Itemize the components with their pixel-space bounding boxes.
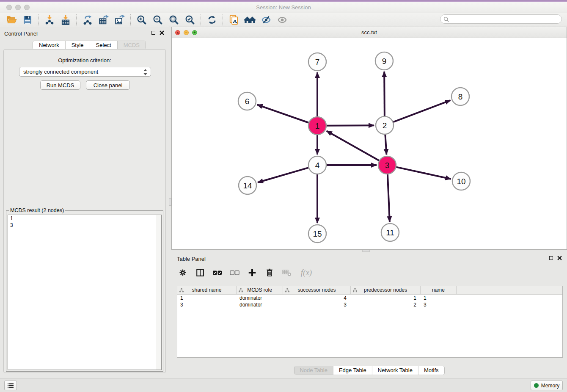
- cell-shared-name[interactable]: 1: [177, 295, 237, 301]
- graph-node-4[interactable]: 4: [308, 156, 326, 174]
- toolbar-separator: [201, 14, 201, 25]
- refresh-icon[interactable]: [205, 14, 219, 26]
- criterion-select[interactable]: strongly connected component: [19, 67, 151, 77]
- column-header-predecessor-nodes[interactable]: predecessor nodes: [351, 286, 421, 294]
- run-mcds-button[interactable]: Run MCDS: [40, 80, 80, 90]
- tab-network[interactable]: Network: [33, 41, 66, 50]
- select-all-rows-icon[interactable]: [212, 267, 223, 278]
- import-table-icon[interactable]: [58, 14, 73, 26]
- graph-edge-1-2[interactable]: [327, 125, 374, 126]
- cell-name[interactable]: 1: [421, 295, 457, 301]
- function-builder-icon: f(x): [299, 267, 314, 278]
- network-canvas[interactable]: 7968124314101511: [172, 38, 566, 249]
- column-header-MCDS-role[interactable]: MCDS role: [237, 286, 283, 294]
- control-panel: Control Panel NetworkStyleSelectMCDS Opt…: [0, 27, 169, 377]
- graph-edge-4-14[interactable]: [258, 168, 308, 182]
- table-settings-gear-icon[interactable]: [177, 267, 188, 278]
- float-panel-icon[interactable]: [151, 31, 155, 35]
- select-updown-icon: [143, 69, 148, 77]
- graph-node-1[interactable]: 1: [308, 117, 326, 135]
- result-scrollbar[interactable]: [156, 215, 161, 370]
- delete-column-icon[interactable]: [264, 267, 275, 278]
- import-network-icon[interactable]: [42, 14, 57, 26]
- zoom-in-icon[interactable]: [135, 14, 149, 26]
- export-image-icon[interactable]: [113, 14, 127, 26]
- tab-node-table[interactable]: Node Table: [294, 366, 333, 375]
- close-table-panel-icon[interactable]: [557, 256, 562, 260]
- graph-node-6[interactable]: 6: [238, 92, 256, 110]
- export-table-icon[interactable]: [96, 14, 111, 26]
- result-lines-container: 13: [8, 215, 161, 229]
- column-header-successor-nodes[interactable]: successor nodes: [283, 286, 351, 294]
- graph-edge-1-6[interactable]: [257, 105, 309, 122]
- search-box: [440, 14, 562, 24]
- graph-node-3[interactable]: 3: [378, 156, 396, 174]
- graph-edge-3-1[interactable]: [327, 131, 379, 160]
- cell-MCDS-role[interactable]: dominator: [237, 301, 283, 308]
- cell-shared-name[interactable]: 3: [177, 301, 237, 308]
- table-row[interactable]: 3dominator323: [177, 301, 562, 308]
- float-table-panel-icon[interactable]: [549, 256, 553, 260]
- table-panel: Table Panel: [171, 252, 567, 377]
- zoom-out-icon[interactable]: [151, 14, 165, 26]
- cell-successor-nodes[interactable]: 3: [283, 301, 351, 308]
- node-label: 9: [382, 57, 387, 66]
- zoom-selected-icon[interactable]: [183, 14, 197, 26]
- mcds-result-list[interactable]: 13: [8, 215, 162, 370]
- tab-style[interactable]: Style: [66, 41, 90, 50]
- cell-predecessor-nodes[interactable]: 1: [351, 295, 421, 301]
- close-panel-button[interactable]: Close panel: [86, 80, 130, 90]
- graph-svg: 7968124314101511: [172, 38, 566, 249]
- show-column-panel-icon[interactable]: [195, 267, 206, 278]
- memory-label: Memory: [541, 383, 559, 389]
- export-network-icon[interactable]: [80, 14, 95, 26]
- cell-predecessor-nodes[interactable]: 2: [351, 301, 421, 308]
- show-all-icon[interactable]: [275, 14, 289, 26]
- open-session-icon[interactable]: [4, 14, 19, 26]
- table-row[interactable]: 1dominator411: [177, 295, 562, 301]
- node-label: 11: [386, 228, 394, 237]
- cell-successor-nodes[interactable]: 4: [283, 295, 351, 301]
- horizontal-split-handle[interactable]: [362, 250, 370, 252]
- graph-edge-2-8[interactable]: [394, 100, 451, 122]
- network-view-window: x – + scc.txt 7968124314101511: [171, 27, 567, 250]
- column-header-name[interactable]: name: [421, 286, 457, 294]
- column-header-shared-name[interactable]: shared name: [177, 286, 237, 294]
- hide-selected-icon[interactable]: [259, 14, 273, 26]
- tab-edge-table[interactable]: Edge Table: [333, 366, 372, 375]
- graph-node-9[interactable]: 9: [375, 52, 393, 70]
- cell-MCDS-role[interactable]: dominator: [237, 295, 283, 301]
- node-label: 7: [315, 58, 320, 66]
- graph-edge-2-3[interactable]: [385, 135, 386, 155]
- task-history-button[interactable]: [4, 381, 17, 390]
- table-body: 1dominator4113dominator323: [177, 295, 562, 308]
- toolbar-separator: [223, 14, 223, 25]
- clone-network-icon[interactable]: [227, 14, 241, 26]
- tab-network-table[interactable]: Network Table: [372, 366, 418, 375]
- graph-edge-2-9[interactable]: [384, 72, 385, 116]
- search-input[interactable]: [451, 15, 561, 23]
- graph-node-10[interactable]: 10: [452, 172, 470, 190]
- save-session-icon[interactable]: [20, 14, 35, 26]
- clear-selection-icon[interactable]: [229, 267, 240, 278]
- graph-node-7[interactable]: 7: [308, 53, 326, 71]
- tab-mcds[interactable]: MCDS: [118, 41, 146, 50]
- create-column-icon[interactable]: [247, 267, 258, 278]
- node-label: 8: [458, 92, 463, 101]
- cell-name[interactable]: 3: [421, 301, 457, 308]
- houses-icon[interactable]: [243, 14, 257, 26]
- close-panel-icon[interactable]: [160, 30, 164, 35]
- graph-node-11[interactable]: 11: [381, 224, 399, 241]
- graph-edge-3-10[interactable]: [396, 167, 451, 179]
- result-line: 3: [8, 222, 161, 229]
- graph-edge-3-11[interactable]: [388, 174, 390, 222]
- memory-button[interactable]: Memory: [531, 381, 563, 390]
- graph-node-2[interactable]: 2: [376, 116, 394, 134]
- tab-motifs[interactable]: Motifs: [418, 366, 444, 375]
- graph-node-14[interactable]: 14: [239, 177, 256, 194]
- graph-node-15[interactable]: 15: [308, 225, 326, 243]
- graph-node-8[interactable]: 8: [451, 88, 469, 105]
- table-header-row: shared nameMCDS rolesuccessor nodesprede…: [177, 286, 562, 295]
- tab-select[interactable]: Select: [90, 41, 118, 50]
- zoom-fit-icon[interactable]: [167, 14, 181, 26]
